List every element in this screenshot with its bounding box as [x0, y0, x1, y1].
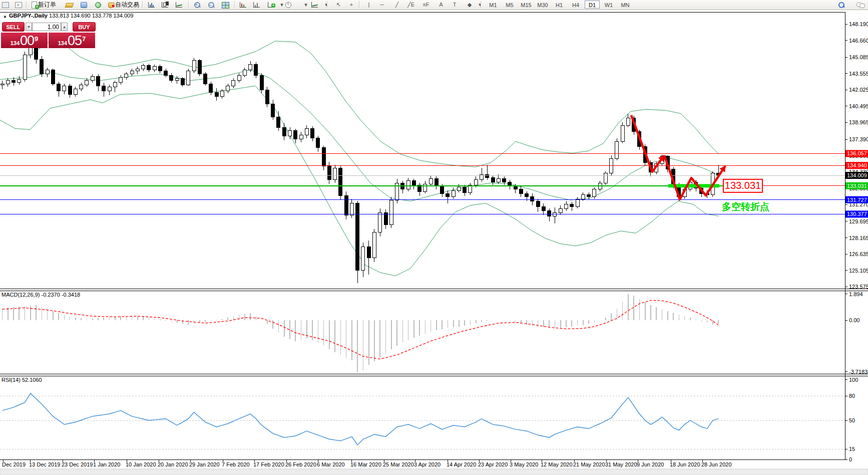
market-watch-icon[interactable]: ⌕	[13, 1, 24, 9]
candle-bull	[142, 66, 145, 69]
fibonacci-icon[interactable]: ≡F	[420, 1, 431, 9]
transfer-icon[interactable]	[78, 1, 89, 9]
timeframe-button-w1[interactable]: W1	[601, 1, 616, 9]
candle-bull	[469, 185, 472, 192]
candle-bull	[91, 76, 94, 81]
timeframe-button-m5[interactable]: M5	[502, 1, 517, 9]
axis-price-flag-label: 136.057	[847, 150, 867, 156]
timeframe-button-h4[interactable]: H4	[568, 1, 583, 9]
terminal-window-icon[interactable]	[0, 1, 11, 9]
tile-windows-icon[interactable]	[220, 1, 231, 9]
objects-window-icon[interactable]	[251, 1, 262, 9]
candle-bear	[486, 174, 489, 177]
candle-bull	[1, 84, 4, 85]
one-click-trading-panel: SELL ▼ ▲ BUY 134009 134057	[1, 22, 96, 48]
line-chart-icon[interactable]	[174, 1, 185, 9]
auto-trading-label[interactable]: 自动交易	[115, 1, 139, 9]
volume-increase-button[interactable]: ▲	[61, 23, 68, 31]
candle-bull	[559, 208, 562, 213]
trendline-icon[interactable]: ╱	[391, 1, 402, 9]
timeframe-button-m1[interactable]: M1	[486, 1, 501, 9]
candle-bull	[108, 87, 111, 91]
volume-decrease-button[interactable]: ▼	[26, 23, 32, 31]
candle-bull	[305, 129, 308, 135]
zoom-out-icon[interactable]: –	[206, 1, 217, 9]
text-icon[interactable]: A	[436, 1, 447, 9]
timeframe-button-mn[interactable]: MN	[618, 1, 633, 9]
crosshair-icon[interactable]: +	[346, 1, 357, 9]
candle-bear	[254, 65, 258, 75]
sell-price-panel[interactable]: 134009	[1, 33, 48, 48]
chart-canvas[interactable]: 133.031多空转折点148.190146.660145.085143.555…	[0, 0, 868, 475]
candle-bear	[51, 70, 55, 84]
horizontal-line-icon[interactable]: ─	[376, 1, 387, 9]
vertical-line-icon[interactable]: |	[363, 1, 374, 9]
candle-bull	[604, 173, 607, 183]
candle-bull	[429, 179, 432, 184]
date-tick-label: 3 May 2020	[510, 461, 538, 467]
dropdown-icon[interactable]: ▾	[475, 1, 486, 9]
timeframe-button-h1[interactable]: H1	[552, 1, 567, 9]
sell-button[interactable]: SELL	[2, 22, 25, 32]
candle-bear	[322, 148, 325, 166]
dropdown-icon[interactable]: ▾	[321, 1, 332, 9]
toolbar-separator	[327, 1, 328, 8]
toolbar-separator	[481, 1, 482, 8]
add-indicator-icon[interactable]: +	[266, 1, 277, 9]
candle-bull	[232, 81, 235, 86]
signals-icon[interactable]	[92, 1, 103, 9]
volume-input[interactable]	[32, 23, 61, 31]
sell-price-sup: 9	[35, 35, 38, 43]
candle-bear	[316, 138, 320, 148]
date-tick-label: 6 Mar 2020	[317, 461, 345, 467]
candle-bear	[204, 74, 207, 84]
channel-icon[interactable]: ╱E	[405, 1, 416, 9]
new-order-label[interactable]: 新订单	[38, 1, 56, 9]
date-tick-label: 3 Apr 2020	[414, 461, 441, 467]
candle-bear	[503, 179, 506, 182]
shapes-icon[interactable]: ◆	[464, 1, 475, 9]
buy-button[interactable]: BUY	[73, 22, 96, 32]
axis-price-flag-label: 134.940	[847, 162, 867, 168]
candle-bull	[226, 86, 230, 91]
autoscroll-clock-icon[interactable]	[283, 1, 294, 9]
window-bottom-strip	[0, 469, 868, 475]
bollinger-upper-band	[0, 41, 719, 167]
text-label-icon[interactable]: T	[449, 1, 460, 9]
sell-price-big: 00	[20, 34, 34, 48]
timeframe-button-m15[interactable]: M15	[519, 1, 534, 9]
price-tick-label: 126.635	[849, 251, 868, 257]
timeframe-button-m30[interactable]: M30	[535, 1, 550, 9]
chat-icon[interactable]	[855, 1, 866, 9]
date-tick-label: 28 Jun 2020	[701, 461, 732, 467]
rsi-tick-label: 100	[849, 377, 858, 383]
date-tick-label: 18 Jun 2020	[670, 461, 700, 467]
search-icon[interactable]	[836, 1, 847, 9]
price-tick-label: 140.495	[849, 103, 868, 109]
axis-price-flag-label: 134.009	[847, 172, 867, 178]
zoom-in-icon[interactable]: +	[192, 1, 203, 9]
axis-price-flag-label: 131.727	[847, 197, 867, 203]
bar-chart-icon[interactable]	[146, 1, 157, 9]
date-tick-label: 10 Jan 2020	[126, 461, 156, 467]
collapse-icon[interactable]: ▲	[3, 14, 7, 19]
template-icon[interactable]	[309, 1, 320, 9]
indicators-window-icon[interactable]	[238, 1, 249, 9]
candle-bear	[277, 117, 280, 127]
timeframe-button-d1[interactable]: D1	[585, 1, 600, 9]
date-tick-label: 29 Jan 2020	[189, 461, 220, 467]
cursor-icon[interactable]: ↖	[333, 1, 344, 9]
candle-bear	[294, 131, 297, 139]
candle-bull	[125, 74, 128, 77]
candle-bear	[170, 75, 173, 81]
candlestick-chart-icon[interactable]	[160, 1, 171, 9]
rsi-pane-label: RSI(14) 52.1060	[2, 377, 42, 383]
buy-price-big: 05	[68, 34, 82, 48]
candle-bull	[153, 67, 156, 70]
candle-bear	[327, 166, 331, 180]
candle-bull	[136, 69, 139, 71]
gold-deposit-icon[interactable]	[64, 1, 75, 9]
buy-price-panel[interactable]: 134057	[49, 33, 95, 48]
date-tick-label: 21 May 2020	[573, 461, 605, 467]
macd-tick-label: 0.00	[849, 317, 859, 323]
